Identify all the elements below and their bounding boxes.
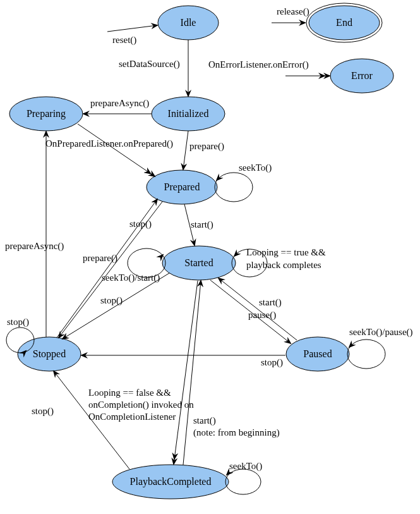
loop-started-looping-label2: playback completes bbox=[246, 260, 321, 270]
edge-setdatasource-label: setDataSource() bbox=[119, 59, 180, 70]
loop-paused-seekto bbox=[347, 340, 385, 369]
edge-stopped-prepared-label: prepare() bbox=[83, 253, 117, 264]
state-diagram: Idle End Error Initialized Preparing Pre… bbox=[0, 0, 420, 514]
edge-reset bbox=[107, 25, 157, 32]
edge-paused-started-label: start() bbox=[259, 297, 282, 308]
edge-paused-stopped-label: stop() bbox=[261, 357, 283, 368]
loop-started-looping-label1: Looping == true && bbox=[246, 247, 326, 257]
state-error-label: Error bbox=[351, 70, 373, 81]
state-started-label: Started bbox=[184, 257, 213, 268]
edge-prepared-started-label: start() bbox=[191, 219, 213, 230]
state-idle-label: Idle bbox=[181, 17, 196, 28]
loop-started-seekto-label: seekTo()/start() bbox=[102, 272, 160, 283]
edge-onerror-label: OnErrorListener.onError() bbox=[208, 59, 309, 70]
state-paused-label: Paused bbox=[303, 348, 332, 359]
state-preparing-label: Preparing bbox=[27, 108, 66, 119]
edge-pc-stopped-label: stop() bbox=[32, 406, 54, 417]
loop-pc-seekto-label: seekTo() bbox=[229, 461, 262, 472]
edge-stopped-preparing-label: prepareAsync() bbox=[5, 241, 64, 252]
state-stopped-label: Stopped bbox=[33, 348, 66, 360]
edge-onprepared-label: OnPreparedListener.onPrepared() bbox=[45, 138, 173, 149]
state-prepared-label: Prepared bbox=[164, 181, 200, 193]
loop-paused-seekto-label: seekTo()/pause() bbox=[349, 327, 413, 338]
edge-pc-started-label2: (note: from beginning) bbox=[193, 427, 280, 438]
edge-looping-false-2: onCompletion() invoked on bbox=[88, 400, 194, 410]
edge-started-paused-label: pause() bbox=[248, 310, 276, 321]
loop-pc-seekto bbox=[225, 469, 261, 494]
edge-paused-started bbox=[219, 278, 297, 340]
state-initialized-label: Initialized bbox=[168, 108, 209, 119]
edge-prepareasync-top-label: prepareAsync() bbox=[90, 98, 149, 109]
edge-started-stopped-label: stop() bbox=[100, 295, 123, 306]
edge-pc-started-label1: start() bbox=[193, 415, 216, 426]
edge-prepared-stopped-label: stop() bbox=[129, 219, 152, 229]
state-end-label: End bbox=[336, 17, 352, 28]
edge-prepare-init bbox=[183, 131, 188, 169]
edge-reset-label: reset() bbox=[112, 35, 136, 46]
edge-onprepared bbox=[78, 124, 155, 176]
edge-prepare-init-label: prepare() bbox=[189, 141, 224, 152]
loop-prepared-seekto-label: seekTo() bbox=[239, 162, 272, 173]
edge-looping-false-3: OnCompletionListener bbox=[88, 412, 176, 422]
edge-looping-false-1: Looping == false && bbox=[88, 388, 171, 398]
edge-stopped-prepared bbox=[57, 199, 157, 338]
loop-stopped-stop-label: stop() bbox=[7, 317, 29, 327]
edge-release-label: release() bbox=[277, 6, 309, 17]
loop-prepared-seekto bbox=[215, 173, 253, 202]
edge-started-stopped bbox=[63, 273, 169, 339]
state-playbackcompleted-label: PlaybackCompleted bbox=[130, 476, 212, 487]
